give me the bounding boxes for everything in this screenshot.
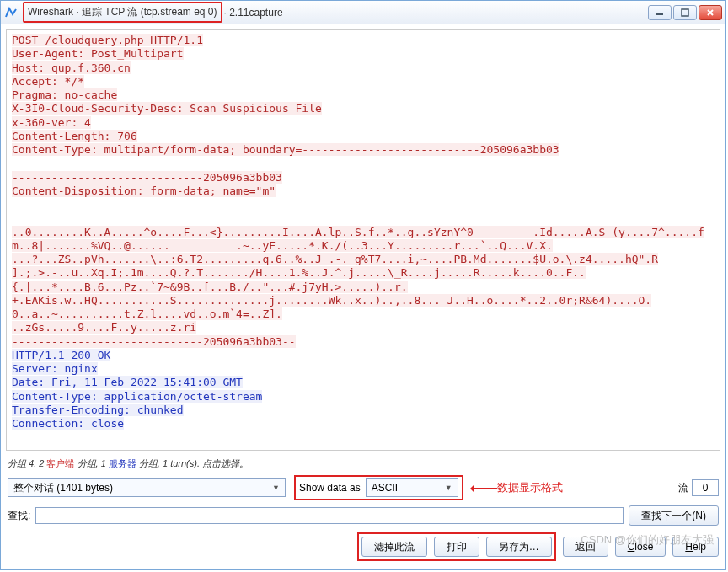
application-window: Wireshark · 追踪 TCP 流 (tcp.stream eq 0) ·… <box>0 0 726 570</box>
button-group-highlight: 滤掉此流 打印 另存为… <box>357 532 556 561</box>
close-button[interactable] <box>699 5 722 20</box>
wireshark-icon <box>4 6 18 19</box>
save-as-button[interactable]: 另存为… <box>486 537 552 557</box>
show-as-label: Show data as <box>299 482 361 494</box>
search-input[interactable] <box>35 507 624 524</box>
info-mid: 分组, 1 <box>74 458 108 468</box>
arrow-icon <box>472 488 497 489</box>
show-data-group: Show data as ASCII ▼ <box>294 475 463 500</box>
minimize-button[interactable] <box>648 5 672 20</box>
stream-selector: 流 <box>678 479 719 496</box>
conversation-label: 整个对话 (1401 bytes) <box>13 481 113 495</box>
annotation-label: 数据显示格式 <box>472 480 563 495</box>
window-title: Wireshark · 追踪 TCP 流 (tcp.stream eq 0) ·… <box>23 2 283 23</box>
print-button[interactable]: 打印 <box>434 537 479 557</box>
search-label: 查找: <box>8 509 30 523</box>
info-server: 服务器 <box>109 458 136 468</box>
controls-row: 整个对话 (1401 bytes) ▼ Show data as ASCII ▼… <box>1 472 725 504</box>
filter-out-button[interactable]: 滤掉此流 <box>361 537 427 557</box>
find-next-button[interactable]: 查找下一个(N) <box>629 505 719 526</box>
packet-info: 分组 4. 2 客户端 分组, 1 服务器 分组, 1 turn(s). 点击选… <box>1 456 725 472</box>
search-row: 查找: 查找下一个(N) <box>1 504 725 527</box>
close-dialog-button[interactable]: Close <box>615 537 666 557</box>
title-file: · 2.11capture <box>224 7 283 19</box>
encoding-value: ASCII <box>372 482 398 494</box>
conversation-dropdown[interactable]: 整个对话 (1401 bytes) ▼ <box>8 478 286 497</box>
window-controls <box>648 5 722 20</box>
info-suffix: 分组, 1 turn(s). 点击选择。 <box>136 458 249 468</box>
chevron-down-icon: ▼ <box>272 484 280 492</box>
chevron-down-icon: ▼ <box>445 484 452 492</box>
titlebar[interactable]: Wireshark · 追踪 TCP 流 (tcp.stream eq 0) ·… <box>1 1 725 24</box>
title-highlighted: Wireshark · 追踪 TCP 流 (tcp.stream eq 0) <box>23 2 222 23</box>
svg-rect-1 <box>682 9 688 16</box>
maximize-button[interactable] <box>673 5 697 20</box>
help-button[interactable]: Help <box>672 537 719 557</box>
stream-input[interactable] <box>692 479 719 496</box>
info-client: 客户端 <box>46 458 74 468</box>
info-prefix: 分组 4. 2 <box>8 458 46 468</box>
back-button[interactable]: 返回 <box>563 537 608 557</box>
stream-label: 流 <box>678 481 688 495</box>
tcp-stream-content[interactable]: POST /cloudquery.php HTTP/1.1 User-Agent… <box>6 29 720 451</box>
request-text: POST /cloudquery.php HTTP/1.1 User-Agent… <box>12 34 704 348</box>
encoding-dropdown[interactable]: ASCII ▼ <box>366 478 458 497</box>
response-text: HTTP/1.1 200 OK Server: nginx Date: Fri,… <box>12 349 262 430</box>
button-row: 滤掉此流 打印 另存为… 返回 Close Help <box>1 527 725 569</box>
annotation-text: 数据显示格式 <box>497 480 563 495</box>
